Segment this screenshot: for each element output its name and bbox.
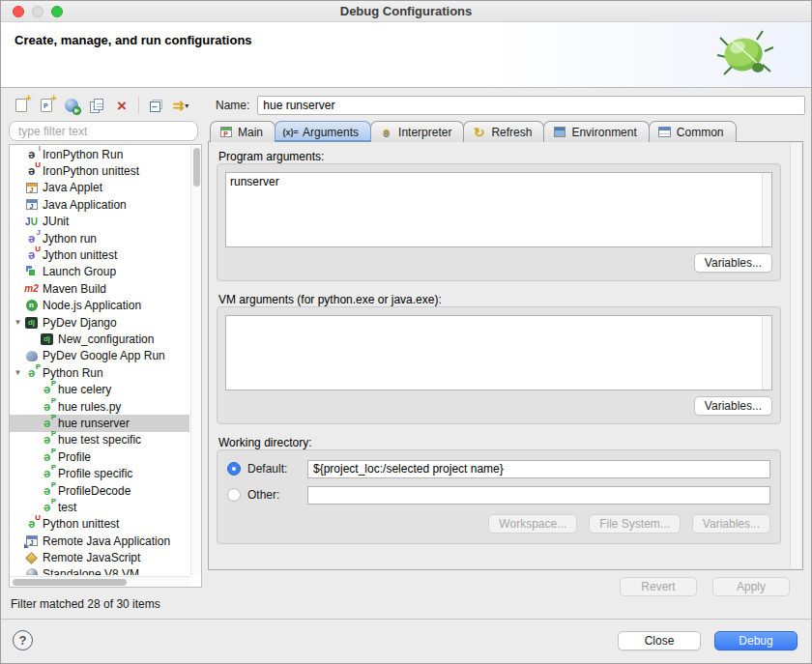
tree-item-label: Profile: [58, 450, 91, 464]
tree-item[interactable]: Launch Group: [10, 264, 189, 280]
tree-item-selected[interactable]: əPhue runserver: [10, 415, 189, 431]
delete-button[interactable]: ×: [113, 97, 130, 114]
maven-icon: m2: [24, 282, 39, 296]
window-icon: J: [24, 534, 39, 548]
workspace-button[interactable]: Workspace...: [488, 514, 577, 534]
wd-variables-button[interactable]: Variables...: [692, 514, 770, 534]
textarea-scrollbar[interactable]: [762, 316, 771, 390]
tab-refresh[interactable]: ↻Refresh: [463, 121, 544, 142]
tree-horizontal-scrollbar[interactable]: [10, 576, 189, 587]
tree-item[interactable]: əUIronPython unittest: [10, 162, 189, 179]
program-arguments-group: runserver Variables...: [217, 163, 781, 281]
tree-item[interactable]: JJava Application: [10, 196, 189, 213]
revert-button[interactable]: Revert: [620, 577, 697, 596]
tab-label: Environment: [571, 126, 636, 139]
tab-label: Interpreter: [398, 126, 451, 139]
tree-item[interactable]: djNew_configuration: [10, 331, 189, 347]
tree-item[interactable]: ▼djPyDev Django: [10, 314, 189, 331]
environment-icon: [552, 126, 566, 138]
titlebar[interactable]: Debug Configurations: [1, 1, 811, 22]
google-app-icon: [24, 349, 39, 362]
python-snake-icon: əP: [24, 366, 39, 380]
filter-status-text: Filter matched 28 of 30 items: [11, 597, 160, 611]
tree-item-label: Profile specific: [58, 467, 132, 480]
apply-button[interactable]: Apply: [712, 577, 790, 596]
default-directory-input[interactable]: [307, 460, 770, 478]
tab-label: Common: [677, 126, 724, 139]
tree-item-label: Remote Java Application: [43, 534, 170, 548]
django-icon: dj: [40, 332, 54, 346]
tree-item-label: New_configuration: [58, 332, 154, 346]
expand-triangle-icon[interactable]: ▼: [12, 368, 24, 377]
tree-item[interactable]: əPProfileDecode: [10, 482, 189, 499]
tree-item[interactable]: nNode.js Application: [10, 298, 189, 314]
filesystem-button[interactable]: File System...: [589, 514, 681, 534]
export-globe-icon: ▶: [65, 99, 78, 112]
filter-configurations-button[interactable]: ⇉▾: [172, 97, 189, 114]
tree-item[interactable]: əPhue rules.py: [10, 398, 189, 415]
django-icon: dj: [24, 316, 39, 330]
pydev-main-icon: P: [218, 126, 233, 138]
other-radio[interactable]: [227, 488, 241, 502]
tree-item[interactable]: əUJython unittest: [10, 246, 189, 263]
textarea-scrollbar[interactable]: [762, 173, 771, 246]
tab-common[interactable]: Common: [649, 121, 737, 142]
right-panel: Name: PMain(x)=ArgumentsəInterpreter↻Ref…: [208, 94, 805, 618]
duplicate-icon: [90, 99, 103, 113]
program-arguments-textarea[interactable]: runserver: [225, 172, 772, 247]
tree-item[interactable]: JRemote Java Application: [10, 533, 189, 549]
left-panel: + P+ ▶ × − ⇉▾ əIIronPython RunəUIronPyth…: [9, 94, 202, 615]
filter-icon: ⇉: [173, 99, 185, 112]
default-label: Default:: [247, 462, 307, 476]
tab-interpreter[interactable]: əInterpreter: [370, 121, 464, 142]
python-snake-icon: əP: [40, 450, 54, 464]
tree-vertical-scrollbar[interactable]: [190, 145, 201, 575]
tree-item[interactable]: əPProfile specific: [10, 465, 189, 481]
other-directory-input[interactable]: [307, 486, 770, 505]
tab-environment[interactable]: Environment: [543, 121, 649, 142]
vm-variables-button[interactable]: Variables...: [694, 396, 772, 416]
python-snake-icon: əU: [24, 248, 39, 262]
new-prototype-button[interactable]: P+: [38, 97, 55, 114]
debug-button[interactable]: Debug: [714, 631, 798, 650]
bug-icon: [714, 26, 774, 86]
tree-item-label: IronPython unittest: [43, 164, 139, 178]
chevron-down-icon: ▾: [185, 101, 188, 110]
name-input[interactable]: [257, 96, 805, 115]
tree-item[interactable]: Standalone V8 VM: [10, 566, 189, 575]
tree-item[interactable]: əPProfile: [10, 448, 189, 465]
tree-item[interactable]: ▼əPPython Run: [10, 364, 189, 381]
expand-triangle-icon[interactable]: ▼: [12, 318, 24, 327]
tab-main[interactable]: PMain: [210, 121, 276, 142]
tree-item[interactable]: m2Maven Build: [10, 280, 189, 297]
collapse-all-icon: −: [150, 100, 162, 112]
tab-arguments[interactable]: (x)=Arguments: [275, 121, 371, 142]
close-button[interactable]: Close: [618, 631, 701, 650]
python-snake-icon: əP: [40, 484, 54, 498]
duplicate-button[interactable]: [88, 97, 105, 114]
panel-scrollbar[interactable]: [790, 143, 801, 568]
tree-item-label: Node.js Application: [43, 299, 141, 312]
tree-item[interactable]: JJava Applet: [10, 180, 189, 196]
banner-heading: Create, manage, and run configurations: [14, 33, 252, 47]
collapse-all-button[interactable]: −: [147, 97, 164, 114]
program-variables-button[interactable]: Variables...: [694, 253, 772, 273]
node-icon: n: [24, 299, 39, 312]
tree-item[interactable]: əPhue test specific: [10, 432, 189, 448]
default-radio[interactable]: [227, 462, 241, 476]
filter-input[interactable]: [9, 121, 198, 141]
tree-item[interactable]: Remote JavaScript: [10, 549, 189, 565]
export-configurations-button[interactable]: ▶: [63, 97, 80, 114]
vm-arguments-textarea[interactable]: [225, 315, 772, 390]
working-directory-group: Default: Other: Workspace... File System…: [217, 449, 781, 544]
tree-item-label: hue celery: [58, 383, 111, 396]
tree-item-label: test: [58, 501, 76, 514]
tree-item[interactable]: əUPython unittest: [10, 516, 189, 533]
program-arguments-label: Program arguments:: [218, 150, 324, 163]
configurations-tree[interactable]: əIIronPython RunəUIronPython unittestJJa…: [9, 144, 202, 588]
help-button[interactable]: ?: [13, 630, 33, 650]
new-configuration-button[interactable]: +: [13, 97, 30, 114]
window-icon: J: [24, 198, 39, 212]
tree-item[interactable]: əPhue celery: [10, 381, 189, 397]
tree-item-label: Java Applet: [43, 181, 102, 194]
